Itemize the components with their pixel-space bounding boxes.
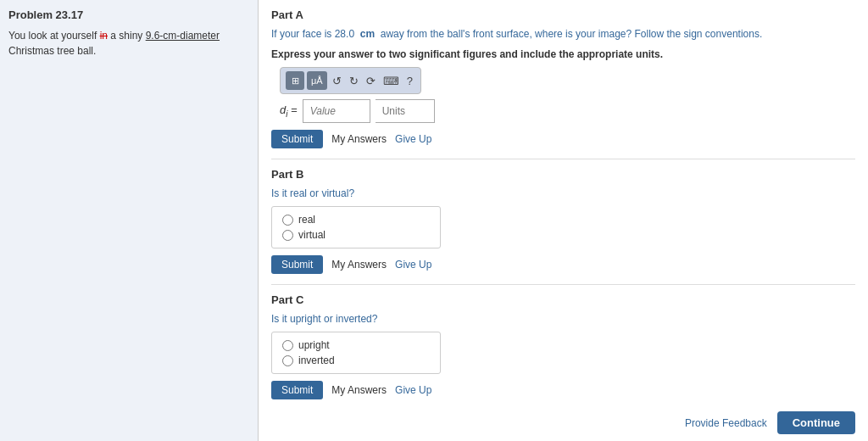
toolbar-grid-btn[interactable]: ⊞	[286, 71, 304, 90]
part-c-give-up-link[interactable]: Give Up	[395, 384, 431, 396]
part-c-label-upright: upright	[298, 339, 330, 351]
part-a-give-up-link[interactable]: Give Up	[395, 133, 431, 145]
right-panel: Part A If your face is 28.0 cm away from…	[259, 0, 868, 441]
math-toolbar-container: ⊞ μÅ ↺ ↻ ⟳ ⌨ ?	[280, 67, 855, 99]
part-b-question: Is it real or virtual?	[271, 186, 855, 201]
part-b-radio-virtual[interactable]	[282, 230, 293, 241]
part-a-my-answers-link[interactable]: My Answers	[331, 133, 387, 145]
part-b-radio-real[interactable]	[282, 215, 293, 226]
provide-feedback-link[interactable]: Provide Feedback	[685, 417, 767, 429]
part-c-submit-button[interactable]: Submit	[271, 381, 323, 399]
part-a-question: If your face is 28.0 cm away from the ba…	[271, 26, 855, 42]
toolbar-keyboard-btn[interactable]: ⌨	[381, 73, 402, 89]
value-input[interactable]	[303, 99, 370, 123]
part-a-instruction: Express your answer to two significant f…	[271, 47, 855, 62]
part-c-submit-row: Submit My Answers Give Up	[271, 381, 855, 399]
part-c-question: Is it upright or inverted?	[271, 311, 855, 327]
part-b-give-up-link[interactable]: Give Up	[395, 259, 431, 271]
continue-button[interactable]: Continue	[777, 411, 855, 434]
part-b-option-real: real	[282, 214, 430, 226]
part-b-title: Part B	[271, 168, 855, 181]
part-b-label-real: real	[298, 214, 315, 226]
left-panel: Problem 23.17 You look at yourself in a …	[0, 0, 259, 441]
toolbar-mu-btn[interactable]: μÅ	[307, 71, 327, 90]
part-c-section: Part C Is it upright or inverted? uprigh…	[271, 293, 855, 410]
part-a-section: Part A If your face is 28.0 cm away from…	[271, 8, 855, 159]
part-c-radio-upright[interactable]	[282, 340, 293, 351]
part-b-my-answers-link[interactable]: My Answers	[331, 259, 387, 271]
part-a-title: Part A	[271, 8, 855, 21]
part-c-label-inverted: inverted	[298, 354, 335, 366]
problem-title: Problem 23.17	[8, 8, 249, 21]
strikethrough-word: in	[100, 30, 108, 42]
part-a-submit-row: Submit My Answers Give Up	[271, 130, 855, 148]
underline-text: 9.6-cm-diameter	[146, 30, 220, 42]
answer-label: di =	[280, 103, 298, 119]
part-c-option-inverted: inverted	[282, 354, 430, 366]
bottom-bar: Provide Feedback Continue	[259, 405, 868, 441]
problem-text: You look at yourself in a shiny 9.6-cm-d…	[8, 28, 249, 59]
part-c-radio-inverted[interactable]	[282, 355, 293, 366]
toolbar-redo-btn[interactable]: ↻	[347, 73, 361, 89]
part-c-my-answers-link[interactable]: My Answers	[331, 384, 387, 396]
toolbar-refresh-btn[interactable]: ⟳	[364, 73, 378, 89]
part-b-submit-row: Submit My Answers Give Up	[271, 255, 855, 274]
toolbar-help-btn[interactable]: ?	[404, 73, 415, 89]
part-a-submit-button[interactable]: Submit	[271, 130, 323, 148]
answer-row: di =	[271, 99, 855, 123]
instruction-text: Express your answer to two significant f…	[271, 48, 663, 60]
part-c-option-upright: upright	[282, 339, 430, 351]
part-b-submit-button[interactable]: Submit	[271, 255, 323, 274]
part-b-section: Part B Is it real or virtual? real virtu…	[271, 168, 855, 285]
part-b-options-box: real virtual	[271, 206, 441, 248]
part-c-options-box: upright inverted	[271, 332, 441, 374]
units-input[interactable]	[376, 99, 435, 123]
part-b-label-virtual: virtual	[298, 229, 326, 241]
toolbar-undo-btn[interactable]: ↺	[330, 73, 344, 89]
part-b-option-virtual: virtual	[282, 229, 430, 241]
math-toolbar: ⊞ μÅ ↺ ↻ ⟳ ⌨ ?	[280, 67, 421, 94]
part-c-title: Part C	[271, 293, 855, 306]
